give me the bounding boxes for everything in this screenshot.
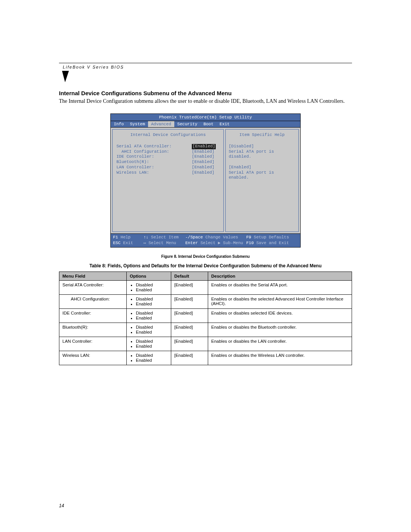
cell-description: Enables or disables the Wireless LAN con… xyxy=(208,351,352,365)
table-title: Table 8: Fields, Options and Defaults fo… xyxy=(59,263,352,268)
cell-default: [Enabled] xyxy=(171,294,208,308)
bios-screenshot: Phoenix TrustedCore(tm) Setup Utility In… xyxy=(110,113,301,248)
footer-hint: ↔ Select Menu xyxy=(143,240,185,246)
bios-help-panel: Item Specific Help [Disabled]Serial ATA … xyxy=(225,129,299,232)
options-table: Menu FieldOptionsDefaultDescription Seri… xyxy=(59,272,352,365)
bios-help-line: Serial ATA port is xyxy=(229,149,295,155)
intro-paragraph: The Internal Device Configuration submen… xyxy=(59,98,352,105)
bios-utility-title: Phoenix TrustedCore(tm) Setup Utility xyxy=(110,113,301,121)
bios-left-panel: Internal Device Configurations Serial AT… xyxy=(112,129,224,232)
section-title: Internal Device Configurations Submenu o… xyxy=(59,90,352,96)
bios-tab-bar: Info System Advanced Security Boot Exit xyxy=(110,121,301,127)
cell-default: [Enabled] xyxy=(171,337,208,351)
cell-default: [Enabled] xyxy=(171,308,208,323)
table-header: Description xyxy=(208,272,352,280)
running-head: LifeBook V Series BIOS xyxy=(63,65,352,69)
footer-hint: F1 Help xyxy=(113,235,143,240)
bios-tab-info: Info xyxy=(111,121,127,127)
bios-help-title: Item Specific Help xyxy=(229,133,295,137)
cell-options: DisabledEnabled xyxy=(127,294,171,308)
table-row: Wireless LAN:DisabledEnabled[Enabled]Ena… xyxy=(59,351,352,365)
cell-field: IDE Controller: xyxy=(59,308,127,323)
cell-description: Enables or disables the Serial ATA port. xyxy=(208,280,352,294)
cell-default: [Enabled] xyxy=(171,351,208,365)
svg-marker-0 xyxy=(62,71,69,82)
bios-tab-system: System xyxy=(127,121,148,127)
table-header: Menu Field xyxy=(59,272,127,280)
bios-help-line: enabled. xyxy=(229,175,295,181)
cell-default: [Enabled] xyxy=(171,280,208,294)
bios-footer: F1 Help↑↓ Select Item-/Space Change Valu… xyxy=(110,234,301,248)
footer-hint: ↑↓ Select Item xyxy=(143,235,185,240)
bios-tab-exit: Exit xyxy=(217,121,233,127)
cell-options: DisabledEnabled xyxy=(127,337,171,351)
bios-help-line: [Enabled] xyxy=(229,165,295,170)
bios-tab-advanced: Advanced xyxy=(148,121,174,127)
cell-field: AHCI Configuration: xyxy=(59,294,127,308)
cell-options: DisabledEnabled xyxy=(127,351,171,365)
bios-tab-security: Security xyxy=(174,121,201,127)
cell-field: Wireless LAN: xyxy=(59,351,127,365)
cell-field: Serial ATA Controller: xyxy=(59,280,127,294)
table-row: IDE Controller:DisabledEnabled[Enabled]E… xyxy=(59,308,352,323)
table-header: Options xyxy=(127,272,171,280)
bios-help-line: disabled. xyxy=(229,154,295,160)
footer-hint: ESC Exit xyxy=(113,240,143,246)
table-header: Default xyxy=(171,272,208,280)
cell-default: [Enabled] xyxy=(171,323,208,337)
bios-help-line xyxy=(229,160,295,165)
table-row: LAN Controller:DisabledEnabled[Enabled]E… xyxy=(59,337,352,351)
bios-item: Wireless LAN: [Enabled] xyxy=(116,170,220,176)
cell-field: Bluetooth(R): xyxy=(59,323,127,337)
cell-options: DisabledEnabled xyxy=(127,308,171,323)
bios-left-title: Internal Device Configurations xyxy=(116,133,220,137)
cell-description: Enables or disables the Bluetooth contro… xyxy=(208,323,352,337)
table-row: Serial ATA Controller:DisabledEnabled[En… xyxy=(59,280,352,294)
footer-hint: -/Space Change Values xyxy=(185,235,246,240)
table-row: AHCI Configuration:DisabledEnabled[Enabl… xyxy=(59,294,352,308)
footer-hint: Enter Select ▶ Sub-Menu xyxy=(185,240,246,246)
wedge-ornament-icon xyxy=(62,71,69,82)
bios-item: IDE Controller: [Enabled] xyxy=(116,154,220,160)
bios-tab-boot: Boot xyxy=(201,121,217,127)
page-number: 14 xyxy=(59,503,64,508)
cell-options: DisabledEnabled xyxy=(127,280,171,294)
cell-description: Enables or disables the selected Advance… xyxy=(208,294,352,308)
footer-hint: F10 Save and Exit xyxy=(246,240,299,246)
bios-item: AHCI Configuration: [Enabled] xyxy=(116,149,220,155)
cell-description: Enables or disables the LAN controller. xyxy=(208,337,352,351)
cell-description: Enables or disables selected IDE devices… xyxy=(208,308,352,323)
bios-item: Serial ATA Controller: [Enabled] xyxy=(116,144,220,149)
table-row: Bluetooth(R):DisabledEnabled[Enabled]Ena… xyxy=(59,323,352,337)
footer-hint: F9 Setup Defaults xyxy=(246,235,299,240)
bios-item: Bluetooth(R): [Enabled] xyxy=(116,160,220,165)
bios-help-line: Serial ATA port is xyxy=(229,170,295,176)
bios-item: LAN Controller: [Enabled] xyxy=(116,165,220,170)
cell-field: LAN Controller: xyxy=(59,337,127,351)
cell-options: DisabledEnabled xyxy=(127,323,171,337)
bios-help-line: [Disabled] xyxy=(229,144,295,149)
header-rule xyxy=(59,63,352,63)
figure-caption: Figure 8. Internal Device Configuration … xyxy=(59,254,352,259)
